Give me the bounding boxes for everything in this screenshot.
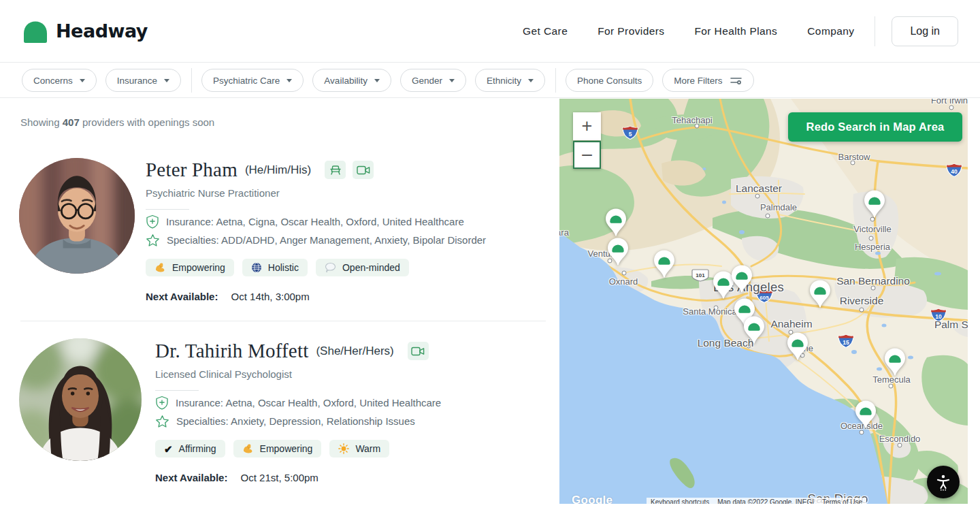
filter-availability[interactable]: Availability bbox=[312, 69, 391, 92]
accessibility-widget-button[interactable] bbox=[927, 466, 960, 498]
provider-pronouns: (She/Her/Hers) bbox=[316, 344, 393, 358]
map-pin[interactable] bbox=[742, 315, 766, 345]
badge-label: Warm bbox=[355, 443, 380, 454]
results-summary: Showing 407 providers with openings soon bbox=[20, 116, 214, 128]
zoom-out-button[interactable]: − bbox=[573, 141, 601, 169]
filter-group-divider bbox=[555, 68, 556, 93]
interstate-5-shield: 5 bbox=[622, 126, 638, 143]
badge-holistic: Holistic bbox=[242, 259, 308, 276]
provider-title: Psychiatric Nurse Practitioner bbox=[146, 187, 486, 199]
badge-label: Holistic bbox=[268, 262, 299, 273]
avatar[interactable] bbox=[19, 158, 135, 274]
accessibility-person-icon bbox=[934, 473, 952, 491]
provider-name[interactable]: Peter Pham bbox=[146, 159, 238, 181]
terms-of-use-link[interactable]: Terms of Use bbox=[818, 498, 866, 504]
filter-phone-consults[interactable]: Phone Consults bbox=[566, 69, 653, 92]
svg-text:15: 15 bbox=[843, 339, 849, 346]
header-divider bbox=[875, 16, 875, 46]
map-pin[interactable] bbox=[604, 208, 627, 238]
summary-prefix: Showing bbox=[20, 116, 60, 128]
nav-for-providers[interactable]: For Providers bbox=[598, 25, 664, 37]
badge-label: Affirming bbox=[179, 443, 216, 454]
keyboard-shortcuts-link[interactable]: Keyboard shortcuts bbox=[647, 498, 713, 504]
badge-label: Open-minded bbox=[342, 262, 400, 273]
avatar[interactable] bbox=[19, 338, 142, 461]
map-pin[interactable] bbox=[653, 249, 676, 279]
video-session-chip bbox=[408, 342, 429, 360]
login-button[interactable]: Log in bbox=[892, 16, 958, 46]
filter-bar: Concerns Insurance Psychiatric Care Avai… bbox=[0, 63, 980, 98]
map-pin[interactable] bbox=[786, 332, 809, 362]
filter-gender[interactable]: Gender bbox=[400, 69, 466, 92]
filter-psychiatric-care-label: Psychiatric Care bbox=[213, 76, 280, 86]
chevron-down-icon bbox=[287, 79, 292, 82]
map-label-lancaster: Lancaster bbox=[736, 182, 782, 195]
specialties-row: Specialties: ADD/ADHD, Anger Management,… bbox=[146, 234, 486, 247]
provider-card[interactable]: Peter Pham (He/Him/His) bbox=[19, 158, 486, 302]
star-icon bbox=[146, 234, 160, 247]
card-separator bbox=[20, 321, 546, 321]
next-available-value: Oct 14th, 3:00pm bbox=[231, 291, 310, 302]
chevron-down-icon bbox=[449, 79, 455, 82]
interstate-15-shield: 15 bbox=[838, 334, 854, 351]
nav-for-health-plans[interactable]: For Health Plans bbox=[694, 25, 777, 37]
town-dot bbox=[889, 384, 894, 389]
google-logo[interactable]: Google bbox=[572, 494, 612, 504]
filter-psychiatric-care[interactable]: Psychiatric Care bbox=[201, 69, 304, 92]
shield-plus-icon bbox=[155, 396, 169, 410]
provider-name[interactable]: Dr. Tahirih Moffett bbox=[155, 340, 308, 362]
map-label-oxnard: Oxnard bbox=[609, 276, 638, 287]
summary-count: 407 bbox=[63, 116, 80, 128]
filter-more-filters-label: More Filters bbox=[674, 76, 722, 86]
filter-insurance-label: Insurance bbox=[117, 76, 157, 86]
badge-empowering: Empowering bbox=[233, 440, 322, 458]
specialties-text: Specialties: Anxiety, Depression, Relati… bbox=[176, 415, 415, 428]
flexed-biceps-icon bbox=[242, 443, 254, 454]
chevron-down-icon bbox=[80, 79, 85, 82]
badge-open-minded: Open-minded bbox=[316, 259, 409, 276]
map-panel[interactable]: Tehachapi Fort Irwin Barstow Lancaster P… bbox=[559, 99, 968, 504]
headway-logo[interactable]: Headway bbox=[22, 20, 148, 43]
filter-ethnicity-label: Ethnicity bbox=[487, 76, 521, 86]
globe-icon bbox=[251, 262, 262, 273]
sun-icon bbox=[338, 443, 349, 454]
map-label-hesperia: Hesperia bbox=[855, 242, 890, 252]
town-dot bbox=[860, 430, 864, 435]
badge-label: Empowering bbox=[172, 262, 225, 273]
map-label-palmdale: Palmdale bbox=[760, 202, 797, 212]
badge-empowering: Empowering bbox=[146, 259, 234, 276]
brand-name: Headway bbox=[56, 20, 148, 42]
provider-card[interactable]: Dr. Tahirih Moffett (She/Her/Hers) Licen… bbox=[19, 338, 441, 483]
filter-more-filters[interactable]: More Filters bbox=[662, 69, 753, 92]
town-dot bbox=[949, 106, 954, 110]
map-pin[interactable] bbox=[883, 347, 906, 377]
map-label-santa-barbara: Santa Barbara bbox=[559, 227, 569, 238]
thought-bubble-icon bbox=[325, 262, 336, 273]
redo-search-button[interactable]: Redo Search in Map Area bbox=[788, 112, 962, 142]
nav-get-care[interactable]: Get Care bbox=[523, 25, 568, 37]
nav-company[interactable]: Company bbox=[807, 25, 854, 37]
svg-text:40: 40 bbox=[951, 168, 958, 175]
map-label-victorville: Victorville bbox=[853, 224, 891, 234]
map-label-palm-springs: Palm Springs bbox=[934, 319, 968, 331]
map-label-tehachapi: Tehachapi bbox=[672, 115, 712, 125]
map-label-san-bernardino: San Bernardino bbox=[836, 275, 910, 287]
badge-affirming: ✔ Affirming bbox=[155, 440, 225, 458]
town-dot bbox=[766, 214, 770, 219]
map-pin[interactable] bbox=[730, 264, 753, 294]
insurance-row: Insurance: Aetna, Cigna, Oscar Health, O… bbox=[146, 214, 486, 229]
map-pin[interactable] bbox=[606, 237, 630, 267]
chevron-down-icon bbox=[374, 79, 380, 82]
svg-text:101: 101 bbox=[696, 272, 705, 278]
specialties-row: Specialties: Anxiety, Depression, Relati… bbox=[155, 415, 441, 428]
zoom-in-button[interactable]: + bbox=[573, 112, 601, 140]
filter-concerns[interactable]: Concerns bbox=[22, 69, 97, 92]
map-pin[interactable] bbox=[863, 189, 886, 219]
filter-gender-label: Gender bbox=[412, 76, 442, 86]
map-pin[interactable] bbox=[808, 279, 832, 309]
filter-ethnicity[interactable]: Ethnicity bbox=[475, 69, 545, 92]
filter-insurance[interactable]: Insurance bbox=[105, 69, 181, 92]
page: Headway Get Care For Providers For Healt… bbox=[0, 0, 980, 529]
map-pin[interactable] bbox=[854, 400, 877, 430]
check-mark-icon: ✔ bbox=[164, 444, 173, 454]
